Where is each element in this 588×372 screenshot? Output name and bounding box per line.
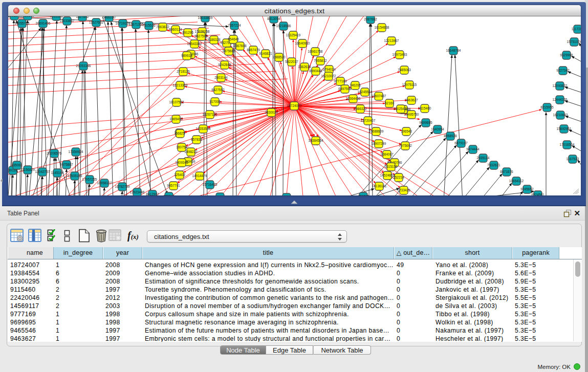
svg-text:15751074: 15751074 <box>567 40 581 43</box>
svg-text:10607487: 10607487 <box>372 94 386 98</box>
svg-text:1905571: 1905571 <box>8 16 21 17</box>
svg-text:160754: 160754 <box>176 145 187 149</box>
svg-text:9777169: 9777169 <box>334 79 347 83</box>
svg-text:18724007: 18724007 <box>287 104 302 107</box>
svg-text:9115460: 9115460 <box>419 106 431 110</box>
svg-text:16033867: 16033867 <box>60 19 75 23</box>
svg-text:1362635: 1362635 <box>298 65 311 69</box>
svg-text:854646: 854646 <box>228 37 239 41</box>
svg-text:12505185: 12505185 <box>68 174 82 178</box>
svg-text:62160: 62160 <box>385 101 394 105</box>
svg-text:9975867: 9975867 <box>60 163 73 166</box>
svg-text:18267130: 18267130 <box>203 113 217 116</box>
svg-text:20691406: 20691406 <box>36 21 51 25</box>
svg-text:12975115: 12975115 <box>402 83 417 86</box>
svg-text:7955812: 7955812 <box>314 59 327 62</box>
svg-text:1409345: 1409345 <box>175 161 188 164</box>
svg-text:16961758: 16961758 <box>308 50 323 53</box>
svg-text:252214: 252214 <box>393 176 404 179</box>
svg-text:917006: 917006 <box>209 100 221 103</box>
svg-text:11156829: 11156829 <box>20 168 35 171</box>
svg-text:7663822: 7663822 <box>156 25 169 29</box>
svg-text:10958107: 10958107 <box>97 181 112 185</box>
svg-text:8412907: 8412907 <box>146 192 159 195</box>
svg-text:19218586: 19218586 <box>276 24 291 28</box>
svg-text:16154838: 16154838 <box>375 26 389 29</box>
svg-text:2935114: 2935114 <box>477 156 490 160</box>
svg-text:1117284: 1117284 <box>572 27 581 31</box>
svg-text:996121: 996121 <box>214 195 226 195</box>
svg-text:2087682: 2087682 <box>364 17 377 21</box>
svg-text:16782759: 16782759 <box>115 185 130 188</box>
svg-text:16210643: 16210643 <box>553 113 568 117</box>
svg-text:7632621: 7632621 <box>487 163 500 167</box>
svg-text:8960124: 8960124 <box>169 28 182 31</box>
svg-text:12042757: 12042757 <box>35 170 50 173</box>
svg-text:10719155: 10719155 <box>116 21 130 25</box>
svg-text:1527602: 1527602 <box>76 16 89 18</box>
svg-text:1065326: 1065326 <box>50 16 63 18</box>
svg-text:9474444: 9474444 <box>466 147 480 151</box>
svg-text:1588520: 1588520 <box>272 55 286 59</box>
svg-text:8958928: 8958928 <box>444 134 457 138</box>
svg-text:12444155: 12444155 <box>553 98 568 101</box>
svg-text:19495750: 19495750 <box>404 113 419 116</box>
svg-text:15720407: 15720407 <box>361 119 376 122</box>
svg-text:2069140: 2069140 <box>21 16 34 17</box>
svg-text:1733426: 1733426 <box>397 188 410 192</box>
svg-text:14055713: 14055713 <box>15 21 30 25</box>
svg-text:12213967: 12213967 <box>384 39 399 42</box>
svg-text:10688609: 10688609 <box>369 129 384 133</box>
svg-text:16671355: 16671355 <box>129 23 144 26</box>
svg-text:1167533: 1167533 <box>567 157 579 161</box>
svg-text:7357224: 7357224 <box>228 24 241 27</box>
svg-text:16033809: 16033809 <box>198 16 213 19</box>
svg-text:1145194: 1145194 <box>51 171 64 174</box>
svg-text:9146821: 9146821 <box>259 52 272 55</box>
svg-text:1615152: 1615152 <box>384 165 398 168</box>
svg-text:7986322: 7986322 <box>354 107 367 111</box>
svg-text:17016504: 17016504 <box>560 143 575 146</box>
svg-text:857833: 857833 <box>191 138 202 141</box>
svg-text:435061: 435061 <box>11 163 23 167</box>
svg-text:16640910: 16640910 <box>295 41 310 45</box>
svg-text:3684067: 3684067 <box>380 152 394 156</box>
svg-text:772342: 772342 <box>163 194 175 195</box>
svg-text:9227342: 9227342 <box>556 69 570 72</box>
svg-text:10654112: 10654112 <box>509 179 524 183</box>
svg-text:1965498: 1965498 <box>169 117 183 121</box>
svg-text:10973493: 10973493 <box>393 53 407 56</box>
svg-text:16648784: 16648784 <box>446 49 461 52</box>
svg-text:14914479: 14914479 <box>192 174 207 178</box>
svg-text:11325419: 11325419 <box>286 33 301 37</box>
svg-text:8457479: 8457479 <box>247 48 260 52</box>
svg-text:2830029: 2830029 <box>265 111 278 114</box>
svg-text:8990448: 8990448 <box>309 69 322 73</box>
svg-text:12923448: 12923448 <box>130 190 145 194</box>
svg-text:1640954: 1640954 <box>431 127 444 131</box>
svg-text:6497508: 6497508 <box>338 87 352 91</box>
svg-text:8813054: 8813054 <box>267 17 280 20</box>
svg-text:196543: 196543 <box>401 129 412 133</box>
svg-text:7515526: 7515526 <box>142 24 156 27</box>
svg-text:9329966: 9329966 <box>560 53 573 57</box>
svg-text:746206: 746206 <box>350 83 361 87</box>
svg-text:12353594: 12353594 <box>196 127 211 130</box>
svg-text:6466160: 6466160 <box>102 16 116 19</box>
svg-text:17359924: 17359924 <box>69 150 83 154</box>
svg-text:11527602: 11527602 <box>89 20 104 24</box>
svg-text:9242848: 9242848 <box>218 63 231 67</box>
svg-text:18107552: 18107552 <box>169 100 184 104</box>
svg-text:15716485: 15716485 <box>203 183 217 186</box>
svg-text:9463627: 9463627 <box>405 98 418 102</box>
svg-text:6879197: 6879197 <box>454 141 468 145</box>
svg-text:1498222: 1498222 <box>184 150 198 154</box>
svg-text:9699695: 9699695 <box>419 121 432 124</box>
svg-text:9457791: 9457791 <box>167 184 180 187</box>
svg-text:8215955: 8215955 <box>540 105 554 109</box>
svg-text:20206576: 20206576 <box>47 151 62 155</box>
svg-text:15692951: 15692951 <box>557 127 572 130</box>
svg-text:451293: 451293 <box>358 194 369 195</box>
svg-text:7485063: 7485063 <box>398 68 411 72</box>
svg-text:2718126: 2718126 <box>177 70 190 73</box>
